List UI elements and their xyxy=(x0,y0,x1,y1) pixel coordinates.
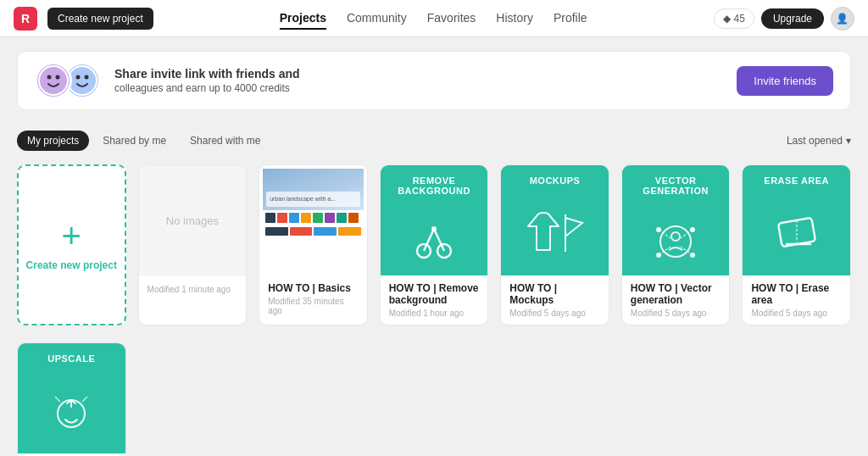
invite-friends-button[interactable]: Invite friends xyxy=(737,66,833,96)
svg-point-4 xyxy=(76,75,81,80)
svg-point-0 xyxy=(39,66,68,95)
chevron-down-icon: ▾ xyxy=(846,135,851,147)
svg-point-2 xyxy=(56,75,60,80)
svg-point-3 xyxy=(68,66,97,95)
header-create-btn[interactable]: Create new project xyxy=(47,8,153,30)
vector-icon xyxy=(650,221,701,262)
mockups-icon xyxy=(521,208,589,259)
app-logo: R xyxy=(14,7,37,31)
upscale-thumbnail: UPSCALE xyxy=(18,343,125,453)
mockups-info: HOW TO | Mockups Modified 5 days ago xyxy=(501,275,609,325)
basics-card[interactable]: urban landscape with a... xyxy=(259,164,368,325)
svg-point-5 xyxy=(85,75,89,80)
erase-card[interactable]: ERASE AREA HOW TO | Erase area Modified … xyxy=(742,164,851,325)
remove-bg-card[interactable]: REMOVEBACKGROUND HOW TO | Remove backgro… xyxy=(380,164,489,325)
upscale-card[interactable]: UPSCALE HOW TO | Upscale and enhance Mod… xyxy=(17,342,126,456)
no-images-thumbnail: No images xyxy=(139,165,247,275)
vector-thumbnail: VECTORGENERATION xyxy=(622,165,730,275)
sort-button[interactable]: Last opened ▾ xyxy=(787,135,851,147)
erase-info: HOW TO | Erase area Modified 5 days ago xyxy=(743,275,850,325)
remove-bg-info: HOW TO | Remove background Modified 1 ho… xyxy=(381,275,488,325)
svg-point-10 xyxy=(431,226,437,231)
smiley-face-1 xyxy=(38,65,69,96)
header-right: ◆ 45 Upgrade 👤 xyxy=(714,7,854,31)
vector-card[interactable]: VECTORGENERATION HOW TO | Vecto xyxy=(621,164,731,325)
tab-shared-with-me[interactable]: Shared with me xyxy=(180,131,270,151)
scissors-icon xyxy=(414,224,454,259)
screenshot-top: urban landscape with a... xyxy=(263,169,364,210)
erase-modified: Modified 5 days ago xyxy=(751,309,842,318)
vector-modified: Modified 5 days ago xyxy=(631,309,721,318)
banner-title: Share invite link with friends and xyxy=(114,67,300,81)
basics-thumbnail: urban landscape with a... xyxy=(259,165,367,275)
mockups-title: HOW TO | Mockups xyxy=(509,282,600,306)
vector-label: VECTORGENERATION xyxy=(622,175,730,196)
credits-count: 45 xyxy=(734,13,745,25)
filter-bar: My projects Shared by me Shared with me … xyxy=(0,124,868,158)
plus-icon: + xyxy=(62,219,81,253)
nav-projects[interactable]: Projects xyxy=(280,8,326,30)
new-project-card[interactable]: + Create new project xyxy=(17,164,126,325)
banner-subtitle: colleagues and earn up to 4000 credits xyxy=(114,82,723,94)
no-images-info: Modified 1 minute ago xyxy=(139,275,247,301)
basics-title: HOW TO | Basics xyxy=(268,282,359,294)
projects-grid-row2: UPSCALE HOW TO | Upscale and enhance Mod… xyxy=(0,342,868,456)
erase-label: ERASE AREA xyxy=(743,175,850,186)
avatar[interactable]: 👤 xyxy=(831,7,854,31)
remove-bg-modified: Modified 1 hour ago xyxy=(389,309,480,318)
mockups-modified: Modified 5 days ago xyxy=(509,309,600,318)
banner-icons xyxy=(35,62,101,99)
smiley-1 xyxy=(35,62,72,99)
remove-bg-title: HOW TO | Remove background xyxy=(389,282,480,306)
banner-text: Share invite link with friends and colle… xyxy=(114,67,723,94)
mockups-label: MOCKUPS xyxy=(501,175,609,186)
tab-shared-by-me[interactable]: Shared by me xyxy=(92,131,176,151)
filter-tabs: My projects Shared by me Shared with me xyxy=(17,131,270,151)
invite-banner: Share invite link with friends and colle… xyxy=(17,51,851,110)
mockups-thumbnail: MOCKUPS xyxy=(501,165,609,275)
upgrade-button[interactable]: Upgrade xyxy=(761,8,824,29)
mockups-card[interactable]: MOCKUPS HOW TO | Mockups Modified 5 days… xyxy=(500,164,609,325)
erase-title: HOW TO | Erase area xyxy=(751,282,842,306)
upscale-label: UPSCALE xyxy=(18,353,125,364)
projects-grid: + Create new project No images Modified … xyxy=(0,158,868,342)
svg-point-13 xyxy=(671,232,680,241)
no-images-text: No images xyxy=(166,214,219,227)
sort-label: Last opened xyxy=(787,135,843,147)
vector-info: HOW TO | Vector generation Modified 5 da… xyxy=(622,275,730,325)
vector-title: HOW TO | Vector generation xyxy=(631,282,721,306)
new-project-label: Create new project xyxy=(26,259,117,271)
remove-bg-label: REMOVEBACKGROUND xyxy=(381,175,488,196)
diamond-icon: ◆ xyxy=(723,13,731,25)
remove-bg-thumbnail: REMOVEBACKGROUND xyxy=(381,165,488,275)
nav-history[interactable]: History xyxy=(496,8,533,30)
basics-modified: Modified 35 minutes ago xyxy=(268,297,359,315)
svg-point-1 xyxy=(47,75,52,80)
nav-profile[interactable]: Profile xyxy=(554,8,587,30)
basics-info: HOW TO | Basics Modified 35 minutes ago xyxy=(259,275,367,322)
no-images-card[interactable]: No images Modified 1 minute ago xyxy=(138,164,248,325)
svg-line-26 xyxy=(55,397,60,402)
nav-community[interactable]: Community xyxy=(347,8,407,30)
nav-favorites[interactable]: Favorites xyxy=(427,8,476,30)
eraser-icon xyxy=(773,212,821,254)
no-images-modified: Modified 1 minute ago xyxy=(147,285,238,294)
main-nav: Projects Community Favorites History Pro… xyxy=(280,8,587,30)
erase-thumbnail: ERASE AREA xyxy=(743,165,850,275)
svg-line-27 xyxy=(82,397,87,402)
avatar-icon: 👤 xyxy=(836,13,849,25)
header: R Create new project Projects Community … xyxy=(0,0,868,37)
tab-my-projects[interactable]: My projects xyxy=(17,131,89,151)
upscale-icon xyxy=(48,390,94,432)
credits-badge: ◆ 45 xyxy=(714,8,754,29)
